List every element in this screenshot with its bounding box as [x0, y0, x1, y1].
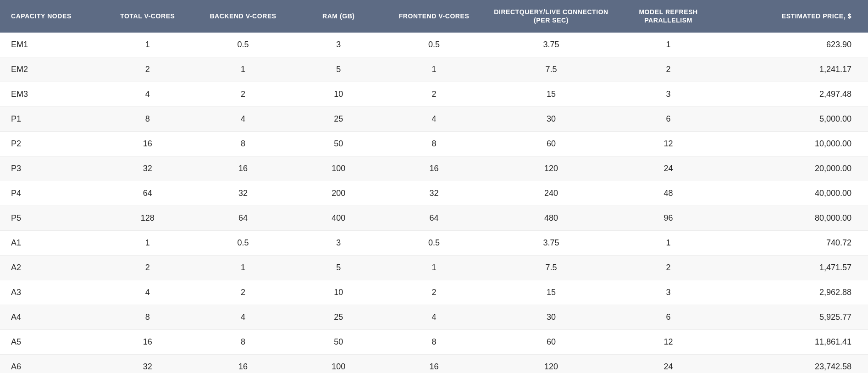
cell-directquery-live: 60: [486, 132, 616, 156]
cell-ram: 50: [295, 330, 382, 355]
header-frontend-vcores: FRONTEND V-CORES: [382, 0, 486, 33]
cell-backend-vcores: 4: [191, 305, 295, 330]
cell-total-vcores: 32: [104, 156, 191, 181]
cell-capacity-node: P2: [0, 132, 104, 156]
cell-capacity-node: A6: [0, 355, 104, 373]
cell-capacity-node: A3: [0, 280, 104, 305]
cell-backend-vcores: 4: [191, 107, 295, 132]
cell-ram: 50: [295, 132, 382, 156]
cell-frontend-vcores: 1: [382, 57, 486, 82]
table-header-row: CAPACITY NODES TOTAL V-CORES BACKEND V-C…: [0, 0, 868, 33]
table-row: A63216100161202423,742.58: [0, 355, 868, 373]
table-row: EM110.530.53.751623.90: [0, 33, 868, 57]
table-row: P33216100161202420,000.00: [0, 156, 868, 181]
cell-directquery-live: 3.75: [486, 231, 616, 256]
cell-directquery-live: 120: [486, 355, 616, 373]
cell-backend-vcores: 64: [191, 206, 295, 231]
cell-model-refresh: 48: [616, 181, 720, 206]
cell-model-refresh: 3: [616, 280, 720, 305]
cell-backend-vcores: 32: [191, 181, 295, 206]
cell-model-refresh: 24: [616, 355, 720, 373]
table-row: P1842543065,000.00: [0, 107, 868, 132]
cell-frontend-vcores: 32: [382, 181, 486, 206]
cell-estimated-price: 23,742.58: [720, 355, 868, 373]
cell-model-refresh: 3: [616, 82, 720, 107]
cell-frontend-vcores: 8: [382, 132, 486, 156]
table-row: P46432200322404840,000.00: [0, 181, 868, 206]
cell-total-vcores: 128: [104, 206, 191, 231]
table-row: A110.530.53.751740.72: [0, 231, 868, 256]
cell-ram: 100: [295, 355, 382, 373]
cell-model-refresh: 6: [616, 305, 720, 330]
table-row: P512864400644809680,000.00: [0, 206, 868, 231]
cell-capacity-node: P1: [0, 107, 104, 132]
cell-total-vcores: 32: [104, 355, 191, 373]
cell-total-vcores: 64: [104, 181, 191, 206]
cell-estimated-price: 1,241.17: [720, 57, 868, 82]
header-model-refresh: MODEL REFRESH PARALLELISM: [616, 0, 720, 33]
cell-backend-vcores: 8: [191, 330, 295, 355]
cell-estimated-price: 5,925.77: [720, 305, 868, 330]
cell-capacity-node: A4: [0, 305, 104, 330]
cell-directquery-live: 30: [486, 107, 616, 132]
cell-directquery-live: 15: [486, 82, 616, 107]
cell-estimated-price: 10,000.00: [720, 132, 868, 156]
cell-frontend-vcores: 64: [382, 206, 486, 231]
cell-ram: 10: [295, 82, 382, 107]
cell-capacity-node: EM1: [0, 33, 104, 57]
cell-estimated-price: 2,497.48: [720, 82, 868, 107]
cell-ram: 3: [295, 231, 382, 256]
cell-ram: 25: [295, 305, 382, 330]
cell-total-vcores: 4: [104, 82, 191, 107]
table-body: EM110.530.53.751623.90EM221517.521,241.1…: [0, 33, 868, 373]
cell-model-refresh: 96: [616, 206, 720, 231]
table-row: EM221517.521,241.17: [0, 57, 868, 82]
cell-backend-vcores: 2: [191, 280, 295, 305]
cell-estimated-price: 20,000.00: [720, 156, 868, 181]
cell-directquery-live: 240: [486, 181, 616, 206]
cell-capacity-node: A2: [0, 256, 104, 280]
cell-total-vcores: 8: [104, 305, 191, 330]
cell-ram: 10: [295, 280, 382, 305]
table-row: A4842543065,925.77: [0, 305, 868, 330]
cell-backend-vcores: 0.5: [191, 33, 295, 57]
cell-frontend-vcores: 8: [382, 330, 486, 355]
cell-ram: 400: [295, 206, 382, 231]
cell-model-refresh: 1: [616, 33, 720, 57]
table-row: P2168508601210,000.00: [0, 132, 868, 156]
cell-total-vcores: 4: [104, 280, 191, 305]
cell-total-vcores: 16: [104, 330, 191, 355]
header-backend-vcores: BACKEND V-CORES: [191, 0, 295, 33]
cell-directquery-live: 7.5: [486, 57, 616, 82]
cell-total-vcores: 1: [104, 33, 191, 57]
cell-backend-vcores: 0.5: [191, 231, 295, 256]
cell-ram: 5: [295, 57, 382, 82]
cell-model-refresh: 24: [616, 156, 720, 181]
cell-backend-vcores: 2: [191, 82, 295, 107]
cell-backend-vcores: 16: [191, 156, 295, 181]
header-total-vcores: TOTAL V-CORES: [104, 0, 191, 33]
cell-ram: 200: [295, 181, 382, 206]
cell-backend-vcores: 1: [191, 57, 295, 82]
cell-capacity-node: EM3: [0, 82, 104, 107]
cell-ram: 5: [295, 256, 382, 280]
cell-directquery-live: 480: [486, 206, 616, 231]
cell-estimated-price: 5,000.00: [720, 107, 868, 132]
cell-total-vcores: 8: [104, 107, 191, 132]
cell-model-refresh: 2: [616, 256, 720, 280]
header-capacity-nodes: CAPACITY NODES: [0, 0, 104, 33]
table-row: A221517.521,471.57: [0, 256, 868, 280]
cell-model-refresh: 2: [616, 57, 720, 82]
cell-model-refresh: 12: [616, 330, 720, 355]
table-row: A5168508601211,861.41: [0, 330, 868, 355]
cell-frontend-vcores: 4: [382, 107, 486, 132]
cell-capacity-node: A1: [0, 231, 104, 256]
cell-backend-vcores: 8: [191, 132, 295, 156]
cell-capacity-node: P4: [0, 181, 104, 206]
cell-ram: 100: [295, 156, 382, 181]
cell-ram: 3: [295, 33, 382, 57]
table-row: A3421021532,962.88: [0, 280, 868, 305]
header-ram: RAM (GB): [295, 0, 382, 33]
header-directquery-live: DIRECTQUERY/LIVE CONNECTION (PER SEC): [486, 0, 616, 33]
cell-capacity-node: A5: [0, 330, 104, 355]
